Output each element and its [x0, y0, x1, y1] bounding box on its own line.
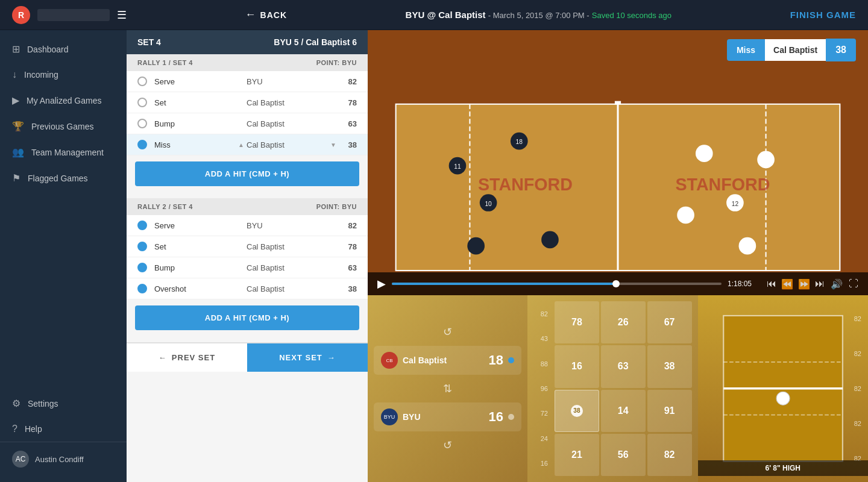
grid-cell-3-2[interactable]: 82	[647, 434, 692, 476]
sidebar-item-my-analyzed[interactable]: ▶ My Analized Games	[0, 87, 127, 113]
hit-score: 78	[339, 242, 357, 251]
grid-cell-3-0[interactable]: 21	[555, 434, 599, 476]
back-button[interactable]: ← BACK	[245, 8, 287, 21]
hit-score: 82	[339, 77, 357, 86]
byu-score-row: BYU BYU 16	[374, 402, 521, 431]
sidebar-label-dashboard: Dashboard	[27, 45, 69, 54]
cal-baptist-team-icon: CB	[381, 352, 398, 369]
prev-set-button[interactable]: ← PREV SET	[127, 343, 247, 372]
next-set-button[interactable]: NEXT SET →	[247, 343, 368, 372]
add-hit-button-2[interactable]: ADD A HIT (CMD + H)	[135, 305, 359, 330]
team-icon: 👥	[12, 146, 24, 158]
rewind-icon[interactable]: ⏪	[781, 278, 793, 290]
volume-icon[interactable]: 🔊	[831, 278, 843, 290]
overlay-miss-label: Miss	[727, 39, 765, 61]
court-background: 10 11 18 12 STANFORD STANFORD	[368, 30, 868, 295]
grid-cell-0-0[interactable]: 78	[555, 301, 599, 343]
video-time: 1:18:05	[728, 280, 761, 288]
hit-type: Miss	[154, 140, 236, 149]
prev-arrow-icon: ←	[159, 353, 167, 362]
refresh-top-icon[interactable]: ↺	[374, 323, 521, 341]
saved-status: Saved 10 seconds ago	[592, 11, 671, 20]
svg-text:STANFORD: STANFORD	[478, 175, 573, 194]
grid-cell-2-0[interactable]: 38	[555, 390, 599, 432]
hamburger-icon[interactable]: ☰	[117, 8, 127, 22]
cal-baptist-serving-dot	[508, 357, 514, 363]
hit-indicator	[137, 263, 147, 272]
hit-type: Set	[154, 242, 247, 251]
hit-score: 38	[339, 284, 357, 293]
match-date: - March 5, 2015 @ 7:00 PM -	[488, 11, 590, 20]
hit-score: 63	[339, 263, 357, 272]
rally-2-point: POINT: BYU	[316, 203, 357, 210]
sidebar-item-team-mgmt[interactable]: 👥 Team Management	[0, 139, 127, 165]
rally-panel: SET 4 BYU 5 / Cal Baptist 6 RALLY 1 / SE…	[127, 30, 368, 482]
sidebar-label-incoming: Incoming	[24, 70, 58, 80]
svg-point-16	[677, 207, 694, 224]
cal-baptist-score-row: CB Cal Baptist 18	[374, 346, 521, 375]
table-row: Serve BYU 82	[127, 215, 368, 236]
add-hit-button-1[interactable]: ADD A HIT (CMD + H)	[135, 161, 359, 186]
video-area: 10 11 18 12 STANFORD STANFORD Miss Cal B…	[368, 30, 868, 295]
hit-type: Set	[154, 98, 247, 107]
grid-cell-2-2[interactable]: 91	[647, 390, 692, 432]
hit-score: 78	[339, 98, 357, 107]
rally-1-header: RALLY 1 / SET 4 POINT: BYU	[127, 54, 368, 71]
rally-2-label: RALLY 2 / SET 4	[137, 203, 193, 210]
table-row[interactable]: Miss ▲ Cal Baptist ▼ 38	[127, 134, 368, 155]
hit-team: Cal Baptist	[247, 119, 339, 128]
set-score: BYU 5 / Cal Baptist 6	[274, 37, 357, 47]
sidebar-item-previous[interactable]: 🏆 Previous Games	[0, 113, 127, 139]
play-button[interactable]: ▶	[377, 277, 386, 290]
grid-num-0: 82	[527, 310, 552, 318]
hit-type: Serve	[154, 77, 247, 86]
byu-score: 16	[489, 409, 503, 425]
fast-forward-icon[interactable]: ⏩	[798, 278, 810, 290]
grid-num-5: 24	[527, 435, 552, 442]
court-visual: 82 82 82 82 82 6' 8" HIGH	[698, 295, 869, 482]
skip-back-start-icon[interactable]: ⏮	[767, 278, 776, 290]
swap-icon[interactable]: ⇅	[374, 380, 521, 398]
refresh-bottom-icon[interactable]: ↺	[374, 436, 521, 454]
grid-cell-0-2[interactable]: 67	[647, 301, 692, 343]
number-grid: 78 26 67 16 63 38 38 14 91	[555, 301, 692, 476]
svg-text:STANFORD: STANFORD	[675, 175, 770, 194]
court-num-0: 82	[854, 315, 865, 322]
grid-cell-2-1[interactable]: 14	[601, 390, 646, 432]
court-panel: 82 82 82 82 82 6' 8" HIGH	[698, 295, 869, 482]
grid-cell-1-2[interactable]: 38	[647, 345, 692, 387]
active-cell-dot: 38	[571, 405, 583, 417]
hit-team: Cal Baptist	[247, 284, 339, 293]
grid-cell-1-1[interactable]: 63	[601, 345, 646, 387]
user-profile[interactable]: AC Austin Condiff	[0, 442, 127, 476]
previous-icon: 🏆	[12, 120, 24, 132]
grid-cell-0-1[interactable]: 26	[601, 301, 646, 343]
video-player: 10 11 18 12 STANFORD STANFORD Miss Cal B…	[368, 30, 868, 295]
hit-score: 82	[339, 221, 357, 230]
app-logo: R	[12, 6, 30, 24]
sidebar-item-dashboard[interactable]: ⊞ Dashboard	[0, 36, 127, 62]
hit-indicator	[137, 98, 147, 107]
sidebar-label-flagged: Flagged Games	[28, 174, 88, 183]
progress-bar[interactable]	[392, 283, 722, 285]
sidebar-label-settings: Settings	[28, 399, 58, 408]
svg-point-11	[467, 237, 485, 255]
grid-cell-1-0[interactable]: 16	[555, 345, 599, 387]
grid-num-6: 16	[527, 460, 552, 467]
court-num-3: 82	[854, 420, 865, 427]
incoming-icon: ↓	[12, 69, 17, 80]
finish-game-button[interactable]: FINISH GAME	[790, 10, 856, 20]
hit-team: BYU	[247, 77, 339, 86]
sidebar-item-settings[interactable]: ⚙ Settings	[0, 390, 127, 416]
overlay-team-label: Cal Baptist	[765, 39, 826, 61]
fullscreen-icon[interactable]: ⛶	[849, 278, 858, 289]
sidebar-item-flagged[interactable]: ⚑ Flagged Games	[0, 165, 127, 191]
cal-baptist-name: Cal Baptist	[403, 355, 484, 365]
rally-1-point: POINT: BYU	[316, 59, 357, 66]
sidebar-item-help[interactable]: ? Help	[0, 416, 127, 442]
sidebar-item-incoming[interactable]: ↓ Incoming	[0, 62, 127, 87]
grid-cell-3-1[interactable]: 56	[601, 434, 646, 476]
skip-forward-end-icon[interactable]: ⏭	[815, 278, 825, 290]
hit-indicator	[137, 284, 147, 293]
prev-set-label: PREV SET	[172, 353, 215, 362]
